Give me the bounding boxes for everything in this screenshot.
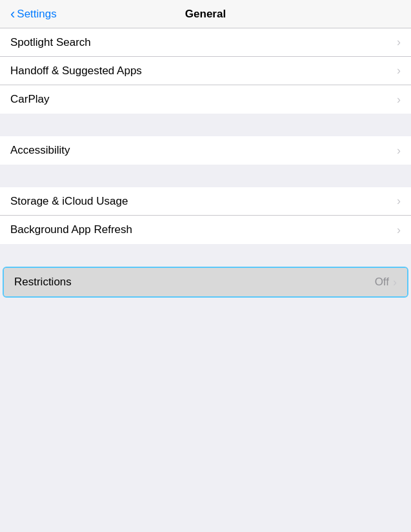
restrictions-row[interactable]: Restrictions Off › (4, 268, 407, 296)
chevron-right-icon-3: › (397, 93, 401, 107)
restrictions-value: Off (375, 276, 389, 289)
storage-label: Storage & iCloud Usage (10, 195, 393, 208)
background-refresh-right: › (393, 223, 401, 237)
carplay-right: › (393, 93, 401, 107)
carplay-row[interactable]: CarPlay › (0, 85, 411, 114)
accessibility-label: Accessibility (10, 144, 393, 157)
chevron-right-icon-5: › (397, 194, 401, 208)
accessibility-right: › (393, 144, 401, 158)
chevron-right-icon-2: › (397, 64, 401, 77)
handoff-row[interactable]: Handoff & Suggested Apps › (0, 57, 411, 85)
section-group-1: Spotlight Search › Handoff & Suggested A… (0, 28, 411, 114)
chevron-right-icon-4: › (397, 144, 401, 158)
restrictions-highlight-container: Restrictions Off › (3, 267, 408, 298)
chevron-right-icon-6: › (397, 223, 401, 237)
handoff-right: › (393, 64, 401, 77)
back-chevron-icon: ‹ (10, 7, 15, 21)
navigation-bar: ‹ Settings General (0, 0, 411, 28)
storage-right: › (393, 194, 401, 208)
chevron-right-icon: › (397, 36, 401, 49)
storage-row[interactable]: Storage & iCloud Usage › (0, 187, 411, 216)
carplay-label: CarPlay (10, 93, 393, 106)
restrictions-section: Restrictions Off › (0, 267, 411, 300)
background-refresh-label: Background App Refresh (10, 223, 393, 236)
spotlight-search-right: › (393, 36, 401, 49)
accessibility-row[interactable]: Accessibility › (0, 136, 411, 165)
section-group-2: Accessibility › (0, 136, 411, 165)
background-refresh-row[interactable]: Background App Refresh › (0, 216, 411, 244)
restrictions-right: Off › (375, 276, 397, 289)
handoff-label: Handoff & Suggested Apps (10, 65, 393, 77)
back-label: Settings (17, 8, 56, 21)
back-button[interactable]: ‹ Settings (5, 7, 62, 21)
spotlight-search-label: Spotlight Search (10, 36, 393, 49)
page-title: General (185, 8, 226, 21)
section-group-3: Storage & iCloud Usage › Background App … (0, 187, 411, 244)
spotlight-search-row[interactable]: Spotlight Search › (0, 28, 411, 57)
separator-3 (0, 244, 411, 267)
separator-1 (0, 114, 411, 136)
chevron-right-icon-7: › (393, 276, 397, 289)
separator-2 (0, 165, 411, 187)
restrictions-label: Restrictions (14, 276, 375, 289)
